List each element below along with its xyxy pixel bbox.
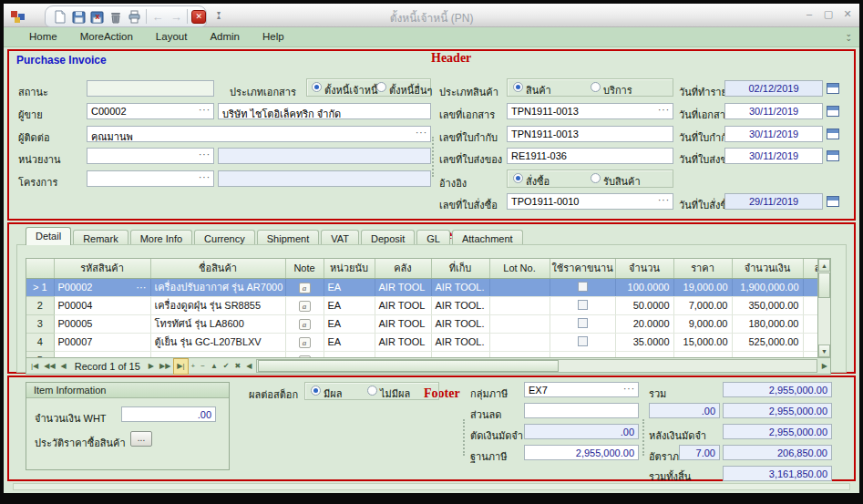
transaction-date-calendar-icon[interactable]	[826, 82, 840, 95]
grid-cell[interactable]: EA	[324, 333, 375, 351]
table-row[interactable]: 2P00004เครื่องดูดฝุ่น รุ่น SR8855aEAAIR …	[26, 296, 817, 314]
grid-cell[interactable]	[550, 333, 615, 351]
grid-column-header[interactable]: Note	[285, 259, 324, 278]
grid-cell[interactable]: 350,000.00	[732, 296, 803, 314]
grid-cell[interactable]	[732, 351, 803, 358]
doc-no-field[interactable]: TPN1911-0013 ···	[507, 103, 673, 119]
contact-lookup-icon[interactable]: ···	[416, 128, 427, 138]
grid-cell[interactable]	[375, 351, 431, 358]
grid-cell[interactable]: 35.0000	[615, 333, 673, 351]
grid-cell[interactable]	[803, 333, 817, 351]
grid-cell[interactable]: 1,900,000.00	[732, 278, 803, 296]
grid-cell[interactable]: AIR TOOL	[375, 278, 431, 296]
parallel-price-checkbox[interactable]	[578, 300, 588, 310]
grid-cell[interactable]: 20.0000	[615, 314, 673, 333]
grid-cell[interactable]: P00005	[54, 314, 150, 333]
tab-vat[interactable]: VAT	[321, 230, 359, 245]
tab-shipment[interactable]: Shipment	[257, 230, 319, 245]
wht-amount-field[interactable]: .00	[121, 406, 216, 422]
price-history-button[interactable]: ...	[130, 431, 152, 447]
menu-item-help[interactable]: Help	[261, 27, 286, 46]
row-indicator-cell[interactable]: 5	[26, 351, 54, 358]
nav-cancel-icon[interactable]: ✖	[232, 359, 244, 374]
grid-cell[interactable]: AIR TOOL	[375, 314, 431, 333]
grid-cell[interactable]: AIR TOOL.	[431, 314, 489, 333]
grid-cell[interactable]	[803, 314, 817, 333]
grid-column-header[interactable]: ที่เก็บ	[431, 259, 489, 278]
grid-cell[interactable]: ตู้เย็น รุ่น GC-L207BLXV	[150, 333, 285, 351]
nav-endedit-icon[interactable]: ✔	[221, 359, 232, 374]
doc-type-radio-other[interactable]	[376, 82, 386, 92]
grid-column-header[interactable]: จำนวน	[615, 259, 673, 278]
grid-cell[interactable]: เครื่องปรับอากาศ รุ่น AR7000	[150, 278, 285, 296]
hscroll-right-icon[interactable]: ▶	[819, 359, 830, 374]
grid-cell[interactable]	[489, 314, 550, 333]
grid-cell[interactable]: เครื่องดูดฝุ่น รุ่น SR8855	[150, 296, 285, 314]
note-icon[interactable]: a	[299, 283, 311, 293]
table-row[interactable]: 4P00007ตู้เย็น รุ่น GC-L207BLXVaEAAIR TO…	[26, 333, 817, 351]
row-indicator-cell[interactable]: 2	[26, 296, 54, 314]
invoice-date-field[interactable]: 30/11/2019	[724, 126, 823, 142]
nav-prev-icon[interactable]: ◀	[58, 359, 69, 374]
stock-effect-radio-yes[interactable]	[311, 386, 321, 396]
grid-cell[interactable]: AIR TOOL.	[431, 278, 489, 296]
grid-cell[interactable]	[550, 314, 615, 333]
table-row[interactable]: 3P00005โทรทัศน์ รุ่น LA8600aEAAIR TOOLAI…	[26, 314, 817, 333]
grid-cell[interactable]	[489, 333, 550, 351]
stock-effect-radio-no[interactable]	[367, 386, 377, 396]
invoice-no-field[interactable]: TPN1911-0013	[507, 126, 673, 142]
nav-next-icon[interactable]: ▶	[146, 359, 157, 374]
grid-column-header[interactable]	[26, 259, 54, 278]
doc-type-radio-payable[interactable]	[312, 82, 322, 92]
hscroll-left-icon[interactable]: ◀	[243, 359, 254, 374]
item-lookup-icon[interactable]: ⋯	[137, 282, 147, 293]
tax-base-field[interactable]: 2,955,000.00	[524, 445, 639, 460]
grid-cell[interactable]: AIR TOOL	[375, 296, 431, 314]
grid-column-header[interactable]: ชื่อสินค้า	[150, 259, 285, 278]
product-type-radio-service[interactable]	[591, 82, 601, 92]
grid-cell[interactable]: 19,000.00	[673, 278, 732, 296]
document-date-calendar-icon[interactable]	[826, 105, 840, 118]
table-row[interactable]: 5a	[26, 351, 817, 358]
note-icon[interactable]: a	[299, 319, 311, 330]
doc-no-lookup-icon[interactable]: ···	[658, 105, 670, 115]
grid-column-header[interactable]: ส่วนลด	[803, 259, 817, 278]
grid-cell[interactable]: 15,000.00	[673, 333, 732, 351]
note-icon[interactable]: a	[299, 337, 311, 348]
tab-currency[interactable]: Currency	[194, 230, 255, 245]
reference-radio-po[interactable]	[513, 173, 523, 183]
grid-cell[interactable]: AIR TOOL.	[431, 333, 489, 351]
grid-cell[interactable]	[803, 278, 817, 296]
grid-column-header[interactable]: ใช้ราคาขนาน	[550, 259, 615, 278]
po-no-lookup-icon[interactable]: ···	[658, 195, 670, 205]
grid-column-header[interactable]: รหัสสินค้า	[54, 259, 150, 278]
grid-cell[interactable]	[324, 351, 375, 358]
grid-cell[interactable]	[489, 296, 550, 314]
grid-cell[interactable]: EA	[324, 278, 375, 296]
menu-item-moreaction[interactable]: MoreAction	[78, 27, 135, 46]
horizontal-scroll-thumb[interactable]	[258, 360, 559, 372]
grid-horizontal-scrollbar[interactable]	[256, 359, 817, 373]
grid-cell[interactable]: EA	[324, 296, 375, 314]
product-type-radio-goods[interactable]	[513, 82, 523, 92]
tab-deposit[interactable]: Deposit	[361, 230, 415, 245]
nav-delete-icon[interactable]: −	[198, 359, 208, 374]
tax-group-lookup-icon[interactable]: ···	[623, 384, 635, 394]
tax-group-field[interactable]: EX7 ···	[524, 382, 639, 397]
grid-cell[interactable]: โทรทัศน์ รุ่น LA8600	[150, 314, 285, 333]
discount-field[interactable]	[524, 403, 639, 418]
tax-rate-field[interactable]: 7.00	[679, 445, 720, 460]
menu-item-home[interactable]: Home	[27, 27, 59, 46]
row-indicator-cell[interactable]: > 1	[26, 278, 54, 296]
project-field[interactable]: ···	[87, 170, 214, 187]
tab-attachment[interactable]: Attachment	[452, 230, 523, 245]
table-row[interactable]: > 1P00002 ⋯เครื่องปรับอากาศ รุ่น AR7000a…	[26, 278, 817, 296]
po-date-field[interactable]: 29/11/2019	[724, 193, 823, 210]
parallel-price-checkbox[interactable]	[578, 318, 588, 328]
maximize-button[interactable]: ▢	[822, 8, 835, 20]
grid-vertical-scrollbar[interactable]: ▲ ▼	[817, 258, 831, 358]
nav-append-icon[interactable]: +	[189, 359, 199, 374]
transaction-date-field[interactable]: 02/12/2019	[724, 80, 823, 97]
po-no-field[interactable]: TPO1911-0010 ···	[507, 193, 673, 210]
note-icon[interactable]: a	[299, 301, 311, 312]
